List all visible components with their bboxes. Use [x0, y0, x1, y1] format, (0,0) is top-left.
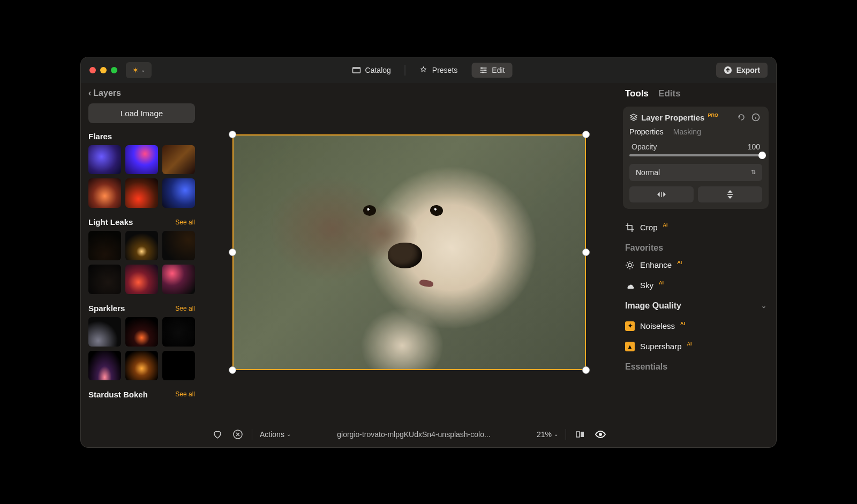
lightleak-thumb[interactable]: [162, 265, 195, 294]
essentials-group: Essentials: [623, 357, 769, 374]
supersharp-label: Supersharp: [640, 342, 682, 351]
compare-button[interactable]: [574, 428, 587, 441]
enhance-tool[interactable]: Enhance AI: [623, 255, 769, 275]
crop-label: Crop: [640, 223, 658, 232]
flare-thumb[interactable]: [88, 178, 121, 208]
flare-thumb[interactable]: [162, 145, 195, 175]
slider-thumb[interactable]: [758, 152, 766, 159]
chevron-down-icon: ⌄: [554, 431, 558, 437]
layer-properties-title-text: Layer Properties: [641, 113, 704, 122]
sparkler-thumb[interactable]: [162, 351, 195, 380]
tab-tools[interactable]: Tools: [625, 88, 649, 99]
maximize-window-button[interactable]: [111, 67, 117, 73]
image-quality-group[interactable]: Image Quality ⌄: [623, 296, 769, 316]
resize-handle-br[interactable]: [582, 366, 590, 374]
info-icon: [751, 113, 760, 122]
sparkler-thumb[interactable]: [125, 351, 158, 380]
lightleak-thumb[interactable]: [88, 231, 121, 260]
layers-back-button[interactable]: ‹ Layers: [88, 88, 195, 98]
sky-tool[interactable]: Sky AI: [623, 275, 769, 296]
chevron-left-icon: ‹: [88, 88, 91, 98]
edit-tab[interactable]: Edit: [471, 63, 512, 78]
undo-icon: [736, 113, 745, 122]
resize-handle-mr[interactable]: [582, 249, 590, 256]
left-sidebar: ‹ Layers Load Image Flares Light Leaks S…: [81, 83, 202, 447]
actions-dropdown[interactable]: Actions ⌄: [260, 430, 291, 439]
favorite-button[interactable]: [211, 428, 224, 441]
flip-v-icon: [726, 189, 734, 200]
flare-thumb[interactable]: [125, 145, 158, 175]
lightleak-thumb[interactable]: [162, 231, 195, 260]
sparkler-thumb[interactable]: [125, 317, 158, 347]
layers-icon: [629, 113, 638, 122]
layer-properties-subtabs: Properties Masking: [629, 127, 762, 136]
image-selection[interactable]: [232, 134, 586, 370]
crop-tool[interactable]: Crop AI: [623, 217, 769, 238]
select-chevron-icon: ⇅: [751, 169, 756, 176]
sparklers-title: Sparklers: [88, 304, 125, 313]
sparklers-seeall[interactable]: See all: [175, 305, 195, 312]
main-nav: Catalog Presets Edit: [345, 63, 513, 78]
zoom-dropdown[interactable]: 21% ⌄: [537, 430, 558, 439]
layer-properties-title: Layer Properties PRO: [629, 113, 732, 122]
subtab-masking[interactable]: Masking: [673, 127, 701, 136]
opacity-row: Opacity 100: [629, 142, 762, 151]
flip-horizontal-button[interactable]: [629, 186, 694, 202]
stardust-seeall[interactable]: See all: [175, 390, 195, 398]
svg-rect-6: [576, 432, 580, 437]
canvas[interactable]: [202, 83, 615, 422]
svg-point-8: [599, 433, 602, 436]
titlebar: ✶ ⌄ Catalog Presets Edit Export: [81, 57, 776, 83]
presets-tab[interactable]: Presets: [412, 63, 465, 78]
stardust-header: Stardust Bokeh See all: [88, 390, 195, 399]
resize-handle-tr[interactable]: [582, 131, 590, 138]
opacity-slider[interactable]: [629, 154, 762, 156]
preview-button[interactable]: [594, 428, 607, 441]
resize-handle-ml[interactable]: [229, 249, 236, 256]
minimize-window-button[interactable]: [100, 67, 107, 73]
flare-thumb[interactable]: [162, 178, 195, 208]
info-button[interactable]: [751, 113, 762, 122]
blend-mode-select[interactable]: Normal ⇅: [629, 164, 762, 181]
catalog-icon: [352, 66, 361, 74]
lightleak-thumb[interactable]: [125, 231, 158, 260]
presets-label: Presets: [432, 66, 457, 74]
zoom-value: 21%: [537, 430, 552, 439]
subtab-properties[interactable]: Properties: [629, 127, 664, 136]
supersharp-icon: ▲: [625, 342, 635, 351]
supersharp-tool[interactable]: ▲ Supersharp AI: [623, 336, 769, 357]
flare-thumb[interactable]: [125, 178, 158, 208]
opacity-label: Opacity: [632, 142, 657, 151]
resize-handle-tl[interactable]: [229, 131, 236, 138]
reject-button[interactable]: [231, 428, 244, 441]
sky-label: Sky: [640, 281, 653, 290]
tab-edits[interactable]: Edits: [658, 88, 681, 99]
noiseless-tool[interactable]: ✦ Noiseless AI: [623, 316, 769, 336]
eye-icon: [595, 428, 606, 440]
sparkler-thumb[interactable]: [88, 351, 121, 380]
noiseless-label: Noiseless: [640, 321, 675, 330]
sparkler-thumb[interactable]: [88, 317, 121, 347]
flip-vertical-button[interactable]: [698, 186, 762, 202]
flare-thumb[interactable]: [88, 145, 121, 175]
sparkler-thumb[interactable]: [162, 317, 195, 347]
export-icon: [724, 66, 732, 74]
export-button[interactable]: Export: [716, 63, 768, 78]
lightleaks-seeall[interactable]: See all: [175, 219, 195, 226]
chevron-down-icon: ⌄: [761, 302, 766, 310]
load-image-button[interactable]: Load Image: [88, 103, 195, 123]
catalog-tab[interactable]: Catalog: [345, 63, 399, 78]
sky-icon: [625, 281, 635, 290]
app-body: ‹ Layers Load Image Flares Light Leaks S…: [81, 83, 776, 447]
undo-button[interactable]: [736, 113, 747, 122]
app-menu-button[interactable]: ✶ ⌄: [126, 62, 152, 78]
catalog-label: Catalog: [365, 66, 391, 74]
lightleak-thumb[interactable]: [125, 265, 158, 294]
compare-icon: [575, 429, 585, 440]
resize-handle-bl[interactable]: [229, 366, 236, 374]
opacity-value: 100: [748, 142, 760, 151]
presets-icon: [419, 66, 428, 74]
sparklers-grid: [88, 317, 195, 380]
lightleak-thumb[interactable]: [88, 265, 121, 294]
close-window-button[interactable]: [89, 67, 96, 73]
